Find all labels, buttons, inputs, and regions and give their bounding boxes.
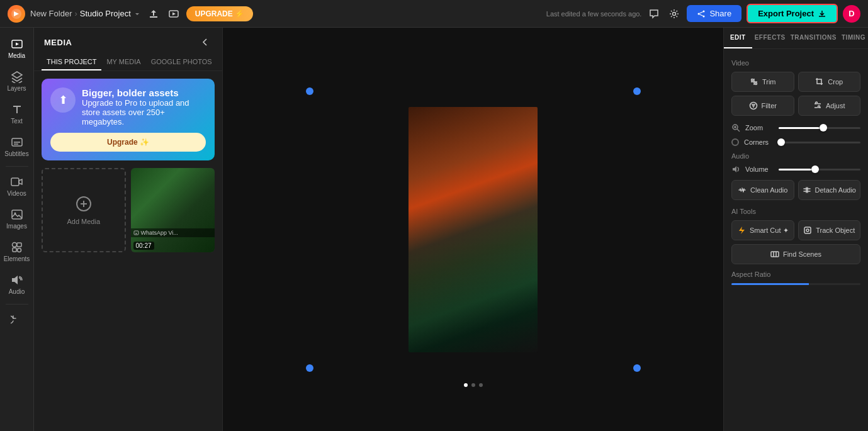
find-scenes-btn[interactable]: Find Scenes [731, 244, 860, 264]
adjust-btn[interactable]: Adjust [798, 96, 861, 116]
avatar[interactable]: D [843, 5, 860, 23]
sidebar-item-text[interactable]: Text [1, 98, 33, 130]
volume-slider[interactable] [779, 169, 860, 171]
ai-tools-row: Smart Cut ✦ Track Object [731, 220, 860, 240]
topbar: New Folder › Studio Project UPGRADE ⚡ La… [0, 0, 868, 28]
svg-rect-15 [13, 248, 16, 252]
svg-point-3 [698, 13, 700, 14]
svg-point-13 [12, 243, 16, 247]
sidebar-item-audio[interactable]: Audio [1, 269, 33, 300]
svg-point-22 [755, 83, 757, 85]
main-layout: Media Layers Text Subtitles Videos Image… [0, 28, 868, 431]
canvas-dot-1 [464, 383, 468, 387]
media-panel-header: MEDIA [34, 28, 222, 54]
sidebar-item-layers[interactable]: Layers [1, 65, 33, 97]
media-content: ⬆ Bigger, bolder assets Upgrade to Pro t… [34, 71, 222, 431]
canvas-area [223, 28, 723, 431]
media-panel-collapse-btn[interactable] [198, 35, 212, 49]
canvas-dots [464, 383, 483, 387]
media-panel-title: MEDIA [44, 38, 72, 47]
handle-bottom-right[interactable] [633, 364, 641, 372]
svg-line-25 [737, 129, 740, 132]
sidebar-item-subtitles[interactable]: Subtitles [1, 131, 33, 162]
upgrade-btn[interactable]: UPGRADE ⚡ [186, 6, 253, 21]
tab-google-photos[interactable]: GOOGLE PHOTOS [146, 54, 217, 70]
last-edited-label: Last edited a few seconds ago. [546, 10, 642, 18]
sidebar-item-undo[interactable] [1, 308, 33, 331]
tab-transitions[interactable]: TRANSITIONS [788, 28, 839, 48]
svg-point-21 [751, 79, 753, 81]
sidebar-item-images[interactable]: Images [1, 203, 33, 235]
media-filename: WhatsApp Vi... [131, 228, 215, 237]
handle-top-left[interactable] [306, 87, 313, 95]
add-media-btn[interactable]: Add Media [42, 168, 126, 252]
media-grid: Add Media 00:27 WhatsApp Vi... [42, 168, 215, 252]
svg-point-2 [673, 12, 676, 15]
sidebar-item-videos[interactable]: Videos [1, 171, 33, 202]
aspect-ratio-bar [731, 283, 860, 285]
video-section-label: Video [731, 59, 860, 67]
canvas-container [310, 91, 637, 368]
media-panel: MEDIA THIS PROJECT MY MEDIA GOOGLE PHOTO… [34, 28, 223, 431]
volume-icon [731, 165, 740, 174]
canvas-dot-3 [479, 383, 483, 387]
zoom-icon [731, 123, 740, 132]
handle-top-right[interactable] [633, 87, 641, 95]
zoom-slider[interactable] [779, 127, 860, 129]
breadcrumb: New Folder › Studio Project [30, 9, 141, 18]
crop-btn[interactable]: Crop [798, 72, 861, 92]
sidebar-item-media[interactable]: Media [1, 33, 33, 64]
video-tool-grid: Trim Crop Filter Adjust [731, 72, 860, 116]
audio-tool-grid: Clean Audio Detach Audio [731, 180, 860, 200]
comments-btn[interactable] [646, 6, 662, 21]
zoom-label: Zoom [745, 124, 774, 132]
sidebar-item-elements[interactable]: Elements [1, 236, 33, 267]
upgrade-card-btn[interactable]: Upgrade ✨ [50, 133, 206, 152]
tab-my-media[interactable]: MY MEDIA [101, 54, 145, 70]
app-logo [8, 5, 25, 23]
svg-rect-30 [771, 252, 779, 257]
right-tabs: EDIT EFFECTS TRANSITIONS TIMING [724, 28, 868, 49]
volume-label: Volume [745, 165, 774, 173]
volume-row: Volume [731, 165, 860, 174]
aspect-ratio-label: Aspect Ratio [731, 271, 860, 278]
detach-audio-btn[interactable]: Detach Audio [798, 180, 861, 200]
canvas-overlay [409, 107, 538, 352]
upgrade-card: ⬆ Bigger, bolder assets Upgrade to Pro t… [42, 79, 215, 160]
tab-effects[interactable]: EFFECTS [752, 28, 788, 48]
clean-audio-btn[interactable]: Clean Audio [731, 180, 794, 200]
smart-cut-btn[interactable]: Smart Cut ✦ [731, 220, 794, 240]
folder-link[interactable]: New Folder [30, 9, 72, 18]
tab-edit[interactable]: EDIT [724, 28, 752, 48]
upgrade-card-desc: Upgrade to Pro to upload and store asset… [82, 98, 206, 126]
right-panel-content: Video Trim Crop Filter Adjust [724, 49, 868, 431]
filter-btn[interactable]: Filter [731, 96, 794, 116]
svg-rect-28 [804, 227, 811, 233]
svg-point-5 [703, 15, 705, 17]
corners-radio [731, 138, 739, 146]
svg-point-29 [806, 229, 809, 232]
canvas-dot-2 [471, 383, 475, 387]
left-sidebar: Media Layers Text Subtitles Videos Image… [0, 28, 34, 431]
share-btn[interactable]: Share [687, 5, 741, 22]
tab-this-project[interactable]: THIS PROJECT [42, 54, 101, 70]
zoom-row: Zoom [731, 123, 860, 132]
trim-btn[interactable]: Trim [731, 72, 794, 92]
canvas-video [409, 107, 538, 352]
svg-point-4 [703, 10, 705, 12]
handle-bottom-left[interactable] [306, 364, 313, 372]
corners-slider[interactable] [777, 142, 860, 143]
svg-rect-14 [17, 243, 21, 247]
audio-section-label: Audio [731, 152, 860, 160]
preview-btn[interactable] [166, 6, 181, 21]
media-tabs: THIS PROJECT MY MEDIA GOOGLE PHOTOS [34, 54, 222, 71]
upload-btn[interactable] [146, 6, 161, 21]
track-object-btn[interactable]: Track Object [798, 220, 861, 240]
export-btn[interactable]: Export Project [747, 4, 838, 23]
settings-btn[interactable] [667, 6, 682, 21]
svg-rect-20 [134, 231, 138, 235]
project-name[interactable]: Studio Project [80, 9, 141, 18]
svg-rect-11 [12, 210, 22, 219]
tab-timing[interactable]: TIMING [839, 28, 868, 48]
media-item-whatsapp[interactable]: 00:27 WhatsApp Vi... [131, 168, 215, 252]
